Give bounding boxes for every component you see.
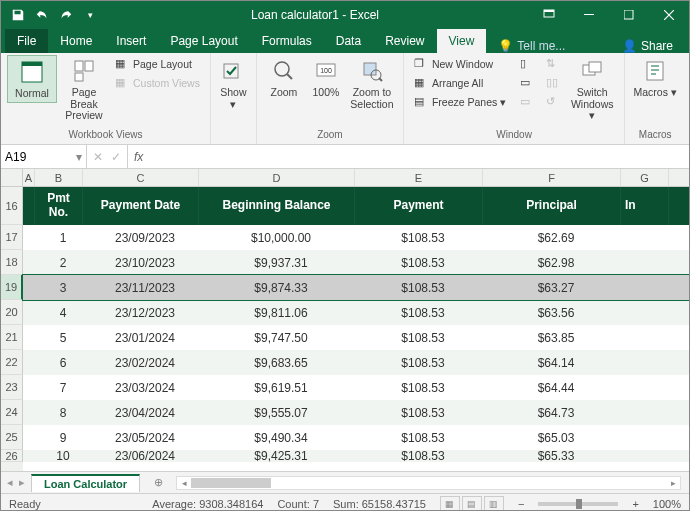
cell-principal[interactable]: $65.03: [487, 425, 625, 450]
cell-pmt-no[interactable]: 4: [39, 300, 87, 325]
split-button[interactable]: ▯: [516, 55, 538, 73]
zoom-slider[interactable]: [538, 502, 618, 506]
cell-principal[interactable]: $63.27: [487, 275, 625, 300]
scroll-left-icon[interactable]: ◂: [177, 477, 191, 489]
share-button[interactable]: 👤Share: [610, 39, 685, 53]
undo-icon[interactable]: [31, 4, 53, 26]
page-break-shortcut-icon[interactable]: ▥: [484, 496, 504, 512]
cell-beginning-balance[interactable]: $9,683.65: [203, 350, 359, 375]
formula-input[interactable]: [149, 145, 689, 168]
table-row[interactable]: 723/03/2024$9,619.51$108.53$64.44: [23, 375, 689, 400]
maximize-icon[interactable]: [609, 1, 649, 29]
cell-beginning-balance[interactable]: $9,747.50: [203, 325, 359, 350]
cell-payment-date[interactable]: 23/05/2024: [87, 425, 203, 450]
custom-views-button[interactable]: ▦Custom Views: [111, 74, 204, 92]
cell-principal[interactable]: $62.69: [487, 225, 625, 250]
tab-insert[interactable]: Insert: [104, 29, 158, 53]
zoom-button[interactable]: Zoom: [263, 55, 305, 101]
sheet-prev-icon[interactable]: ◂: [7, 476, 13, 489]
page-layout-button[interactable]: ▦Page Layout: [111, 55, 204, 73]
cell-pmt-no[interactable]: 8: [39, 400, 87, 425]
row-header[interactable]: 26: [1, 450, 23, 462]
cell-payment[interactable]: $108.53: [359, 300, 487, 325]
scroll-right-icon[interactable]: ▸: [666, 477, 680, 489]
cell-payment[interactable]: $108.53: [359, 450, 487, 462]
add-sheet-button[interactable]: ⊕: [148, 473, 168, 493]
enter-icon[interactable]: ✓: [111, 150, 121, 164]
save-icon[interactable]: [7, 4, 29, 26]
cell-payment[interactable]: $108.53: [359, 325, 487, 350]
cell-payment-date[interactable]: 23/03/2024: [87, 375, 203, 400]
table-row[interactable]: 523/01/2024$9,747.50$108.53$63.85: [23, 325, 689, 350]
row-header[interactable]: 22: [1, 350, 23, 375]
cell-payment[interactable]: $108.53: [359, 250, 487, 275]
fx-icon[interactable]: fx: [128, 145, 149, 168]
cell-payment[interactable]: $108.53: [359, 275, 487, 300]
row-header[interactable]: 25: [1, 425, 23, 450]
cell-pmt-no[interactable]: 3: [39, 275, 87, 300]
zoom-selection-button[interactable]: Zoom to Selection: [347, 55, 397, 112]
tab-home[interactable]: Home: [48, 29, 104, 53]
cell-payment-date[interactable]: 23/06/2024: [87, 450, 203, 462]
tab-review[interactable]: Review: [373, 29, 436, 53]
col-header-g[interactable]: G: [621, 169, 669, 186]
cells[interactable]: Pmt No.Payment DateBeginning BalancePaym…: [23, 187, 689, 471]
cell-payment[interactable]: $108.53: [359, 425, 487, 450]
table-row[interactable]: 323/11/2023$9,874.33$108.53$63.27: [23, 275, 689, 300]
scroll-thumb[interactable]: [191, 478, 271, 488]
tab-formulas[interactable]: Formulas: [250, 29, 324, 53]
cell-beginning-balance[interactable]: $9,490.34: [203, 425, 359, 450]
cell-payment-date[interactable]: 23/12/2023: [87, 300, 203, 325]
freeze-panes-button[interactable]: ▤Freeze Panes ▾: [410, 93, 510, 111]
hide-button[interactable]: ▭: [516, 74, 538, 92]
cell-payment[interactable]: $108.53: [359, 225, 487, 250]
sheet-next-icon[interactable]: ▸: [19, 476, 25, 489]
cell-principal[interactable]: $64.14: [487, 350, 625, 375]
cell-pmt-no[interactable]: 7: [39, 375, 87, 400]
cell-principal[interactable]: $64.44: [487, 375, 625, 400]
cell-pmt-no[interactable]: 2: [39, 250, 87, 275]
zoom-in-button[interactable]: +: [632, 498, 638, 510]
page-layout-shortcut-icon[interactable]: ▤: [462, 496, 482, 512]
page-break-button[interactable]: Page Break Preview: [59, 55, 109, 124]
cell-payment-date[interactable]: 23/09/2023: [87, 225, 203, 250]
cell-payment[interactable]: $108.53: [359, 400, 487, 425]
tab-file[interactable]: File: [5, 29, 48, 53]
tab-page-layout[interactable]: Page Layout: [158, 29, 249, 53]
table-row[interactable]: 1023/06/2024$9,425.31$108.53$65.33: [23, 450, 689, 462]
cell-payment[interactable]: $108.53: [359, 375, 487, 400]
arrange-all-button[interactable]: ▦Arrange All: [410, 74, 510, 92]
table-row[interactable]: 423/12/2023$9,811.06$108.53$63.56: [23, 300, 689, 325]
close-icon[interactable]: [649, 1, 689, 29]
name-box-input[interactable]: [5, 150, 76, 164]
cell-pmt-no[interactable]: 5: [39, 325, 87, 350]
cell-principal[interactable]: $63.85: [487, 325, 625, 350]
switch-windows-button[interactable]: Switch Windows ▾: [566, 55, 618, 124]
cell-beginning-balance[interactable]: $10,000.00: [203, 225, 359, 250]
row-header[interactable]: 24: [1, 400, 23, 425]
zoom-slider-thumb[interactable]: [576, 499, 582, 509]
cell-pmt-no[interactable]: 10: [39, 450, 87, 462]
table-row[interactable]: 223/10/2023$9,937.31$108.53$62.98: [23, 250, 689, 275]
cancel-icon[interactable]: ✕: [93, 150, 103, 164]
reset-position-button[interactable]: ↺: [542, 93, 564, 111]
tab-data[interactable]: Data: [324, 29, 373, 53]
horizontal-scrollbar[interactable]: ◂ ▸: [176, 476, 681, 490]
row-header[interactable]: 21: [1, 325, 23, 350]
sync-scroll-button[interactable]: ⇅: [542, 55, 564, 73]
cell-payment[interactable]: $108.53: [359, 350, 487, 375]
col-header-b[interactable]: B: [35, 169, 83, 186]
row-header[interactable]: 19: [1, 275, 23, 300]
row-header[interactable]: 20: [1, 300, 23, 325]
tell-me[interactable]: 💡Tell me...: [486, 39, 577, 53]
cell-pmt-no[interactable]: 9: [39, 425, 87, 450]
cell-payment-date[interactable]: 23/10/2023: [87, 250, 203, 275]
unhide-button[interactable]: ▭: [516, 93, 538, 111]
ribbon-options-icon[interactable]: [529, 1, 569, 29]
cell-principal[interactable]: $63.56: [487, 300, 625, 325]
cell-payment-date[interactable]: 23/11/2023: [87, 275, 203, 300]
table-row[interactable]: 923/05/2024$9,490.34$108.53$65.03: [23, 425, 689, 450]
cell-principal[interactable]: $64.73: [487, 400, 625, 425]
cell-beginning-balance[interactable]: $9,811.06: [203, 300, 359, 325]
cell-beginning-balance[interactable]: $9,425.31: [203, 450, 359, 462]
